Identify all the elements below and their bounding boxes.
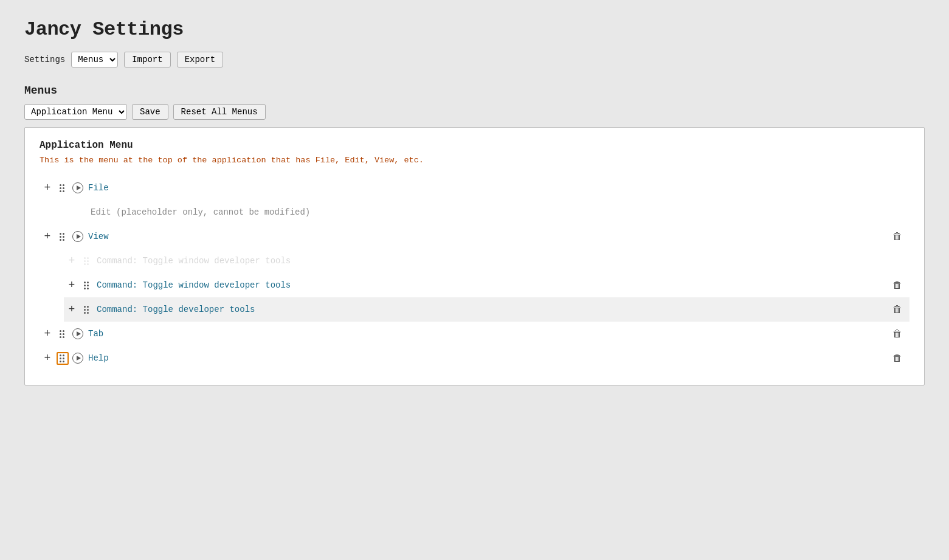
item-label-toggle-dev2: Command: Toggle developer tools (97, 305, 907, 314)
menu-item-row-tab: + Tab 🗑 (40, 322, 909, 346)
item-label-toggle-ghost: Command: Toggle window developer tools (97, 256, 907, 266)
menu-panel-description: This is the menu at the top of the appli… (40, 156, 909, 165)
delete-button-toggle-dev[interactable]: 🗑 (890, 278, 905, 292)
play-icon-help[interactable] (72, 353, 83, 364)
add-button-view[interactable]: + (42, 231, 53, 242)
menu-item-row-toggle-dev: + Command: Toggle window developer tools… (64, 273, 909, 297)
drag-handle-tab[interactable] (57, 328, 69, 340)
add-button-toggle-dev[interactable]: + (66, 280, 77, 291)
add-button-help[interactable]: + (42, 353, 53, 364)
menu-item-row: + File (40, 176, 909, 200)
play-icon-view[interactable] (72, 231, 83, 242)
drag-handle-help[interactable] (57, 352, 69, 365)
menus-section-title: Menus (24, 85, 925, 97)
menus-section: Menus Application Menu Context Menu Tab … (24, 85, 925, 385)
item-label-help: Help (88, 353, 907, 363)
drag-handle-file[interactable] (57, 182, 69, 195)
item-label-edit-placeholder: Edit (placeholder only, cannot be modifi… (91, 207, 907, 217)
menu-panel-title: Application Menu (40, 140, 909, 151)
save-button[interactable]: Save (132, 104, 168, 120)
delete-button-view[interactable]: 🗑 (890, 230, 905, 243)
top-bar: Settings Menus Import Export (24, 52, 925, 67)
add-button[interactable]: + (42, 182, 53, 193)
delete-button-tab[interactable]: 🗑 (890, 327, 905, 340)
add-button-tab[interactable]: + (42, 328, 53, 339)
item-label-toggle-dev: Command: Toggle window developer tools (97, 280, 907, 290)
page-title: Jancy Settings (24, 18, 925, 41)
settings-select[interactable]: Menus (71, 52, 118, 67)
delete-button-help[interactable]: 🗑 (890, 351, 905, 365)
menu-item-row-help: + Help 🗑 (40, 346, 909, 370)
menu-item-row-toggle-ghost: + Command: Toggle window developer tools (64, 249, 909, 273)
menu-item-row-toggle-dev2: + Command: Toggle developer tools 🗑 (64, 297, 909, 322)
item-label-tab: Tab (88, 329, 907, 339)
menu-items-list: + File Edit (placeholder only, cannot be… (40, 176, 909, 370)
menu-panel: Application Menu This is the menu at the… (24, 127, 925, 385)
export-button[interactable]: Export (177, 52, 223, 67)
drag-handle-toggle-dev2[interactable] (81, 303, 93, 316)
delete-button-toggle-dev2[interactable]: 🗑 (890, 303, 905, 316)
item-label-view: View (88, 232, 907, 241)
drag-handle-view[interactable] (57, 230, 69, 243)
settings-label: Settings (24, 55, 65, 64)
play-icon-file[interactable] (72, 182, 83, 193)
play-icon-tab[interactable] (72, 328, 83, 339)
add-button-toggle-dev2[interactable]: + (66, 304, 77, 315)
menus-controls: Application Menu Context Menu Tab Menu S… (24, 104, 925, 120)
drag-handle-toggle-dev[interactable] (81, 279, 93, 292)
menu-selector[interactable]: Application Menu Context Menu Tab Menu (24, 104, 127, 120)
menu-item-row-view: + View 🗑 (40, 224, 909, 249)
drag-handle-toggle-ghost[interactable] (81, 255, 93, 268)
menu-item-row-edit-placeholder: Edit (placeholder only, cannot be modifi… (88, 200, 909, 224)
item-label-file: File (88, 183, 907, 193)
reset-all-menus-button[interactable]: Reset All Menus (173, 104, 266, 120)
add-button-toggle-ghost[interactable]: + (66, 255, 77, 266)
import-button[interactable]: Import (124, 52, 170, 67)
